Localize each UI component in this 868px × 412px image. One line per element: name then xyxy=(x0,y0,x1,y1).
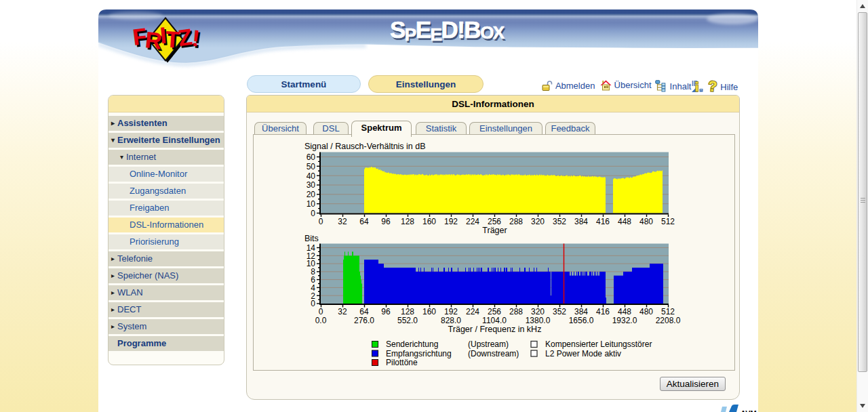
svg-text:1656.0: 1656.0 xyxy=(569,316,594,325)
svg-text:1104.0: 1104.0 xyxy=(482,316,507,325)
svg-text:1932.0: 1932.0 xyxy=(612,316,637,325)
svg-text:2208.0: 2208.0 xyxy=(656,316,681,325)
svg-text:160: 160 xyxy=(422,307,436,316)
svg-text:384: 384 xyxy=(574,217,588,226)
svg-text:Empfangsrichtung: Empfangsrichtung xyxy=(386,349,452,358)
svg-text:AVM: AVM xyxy=(741,409,757,412)
svg-text:320: 320 xyxy=(531,217,545,226)
svg-text:(Downstream): (Downstream) xyxy=(468,349,519,358)
svg-text:(Upstream): (Upstream) xyxy=(468,339,509,349)
svg-text:224: 224 xyxy=(466,307,479,316)
svg-text:276.0: 276.0 xyxy=(354,316,374,325)
svg-text:60: 60 xyxy=(307,152,316,162)
svg-text:14: 14 xyxy=(307,243,316,253)
svg-text:224: 224 xyxy=(466,217,479,226)
svg-text:416: 416 xyxy=(596,307,610,316)
svg-text:?: ? xyxy=(708,80,717,93)
svg-text:50: 50 xyxy=(307,162,316,171)
svg-text:552.0: 552.0 xyxy=(397,316,418,325)
svg-text:192: 192 xyxy=(444,217,458,226)
svg-text:L2 Power Mode aktiv: L2 Power Mode aktiv xyxy=(545,349,621,358)
svg-text:20: 20 xyxy=(307,190,316,199)
svg-text:Träger: Träger xyxy=(482,226,507,235)
svg-text:0.0: 0.0 xyxy=(315,316,327,325)
svg-text:0: 0 xyxy=(311,209,315,218)
svg-text:Signal / Rausch-Verhältnis in: Signal / Rausch-Verhältnis in dB xyxy=(304,142,426,151)
svg-text:10: 10 xyxy=(307,199,316,209)
svg-text:Senderichtung: Senderichtung xyxy=(386,339,438,349)
svg-text:64: 64 xyxy=(359,217,369,226)
svg-text:32: 32 xyxy=(338,217,347,226)
svg-text:Pilottöne: Pilottöne xyxy=(386,358,418,367)
svg-text:512: 512 xyxy=(661,217,675,226)
svg-text:448: 448 xyxy=(618,217,631,226)
svg-text:30: 30 xyxy=(307,180,316,190)
svg-text:96: 96 xyxy=(381,217,391,226)
svg-text:480: 480 xyxy=(639,217,653,226)
svg-text:1380.0: 1380.0 xyxy=(526,316,551,325)
svg-text:96: 96 xyxy=(381,307,391,316)
svg-text:352: 352 xyxy=(553,307,566,316)
svg-text:256: 256 xyxy=(488,217,501,226)
svg-text:288: 288 xyxy=(509,307,523,316)
svg-text:0: 0 xyxy=(319,217,323,226)
svg-text:Kompensierter Leitungsstörer: Kompensierter Leitungsstörer xyxy=(545,339,652,349)
svg-text:160: 160 xyxy=(422,217,436,226)
svg-text:288: 288 xyxy=(509,217,523,226)
svg-text:352: 352 xyxy=(553,217,566,226)
svg-text:480: 480 xyxy=(639,307,653,316)
svg-text:828.0: 828.0 xyxy=(441,316,461,325)
svg-text:Träger / Frequenz in kHz: Träger / Frequenz in kHz xyxy=(448,325,542,334)
svg-text:128: 128 xyxy=(401,217,414,226)
svg-text:Bits: Bits xyxy=(304,234,319,243)
svg-text:32: 32 xyxy=(338,307,347,316)
svg-text:40: 40 xyxy=(307,171,316,181)
svg-text:416: 416 xyxy=(596,217,610,226)
